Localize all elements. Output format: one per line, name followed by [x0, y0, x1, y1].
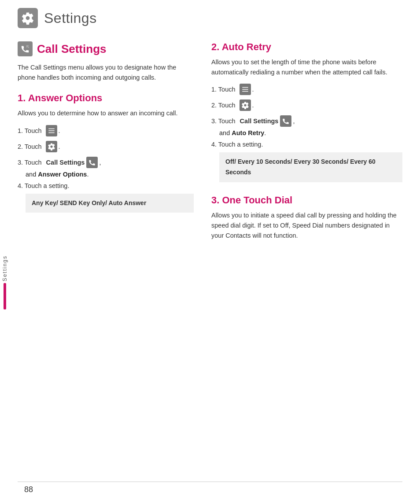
auto-retry-note-text: Off/ Every 10 Seconds/ Every 30 Seconds/…	[225, 158, 376, 176]
ar-menu-icon-1	[239, 84, 251, 95]
ar-call-settings-icon-3	[280, 115, 291, 127]
answer-step-3-cont: and Answer Options.	[26, 171, 194, 178]
auto-retry-step-1: 1. Touch .	[211, 84, 402, 95]
call-icon-box	[18, 41, 33, 56]
answer-note-text: Any Key/ SEND Key Only/ Auto Answer	[32, 199, 146, 206]
left-column: Call Settings The Call Settings menu all…	[18, 41, 207, 247]
call-settings-icon-3	[86, 157, 98, 168]
auto-retry-step-2: 2. Touch .	[211, 99, 402, 111]
answer-step-1: 1. Touch .	[18, 125, 194, 136]
call-settings-title: Call Settings	[37, 42, 106, 56]
ar-step-4-label: 4. Touch a setting.	[211, 141, 263, 148]
sidebar-tab: Settings	[0, 255, 10, 317]
auto-retry-heading: 2. Auto Retry	[211, 41, 402, 53]
svg-rect-5	[242, 91, 248, 92]
call-settings-heading: Call Settings	[18, 41, 194, 56]
ar-step-2-period: .	[252, 102, 254, 109]
bottom-divider	[18, 482, 402, 482]
auto-retry-step-3-cont: and Auto Retry.	[219, 129, 402, 136]
svg-rect-4	[242, 89, 248, 90]
auto-retry-desc: Allows you to set the length of time the…	[211, 57, 402, 77]
ar-step-2-label: 2. Touch	[211, 102, 236, 109]
ar-step-3-label: 3. Touch	[211, 118, 237, 125]
auto-retry-step-4: 4. Touch a setting.	[211, 141, 402, 148]
step-2-label: 2. Touch	[18, 143, 42, 150]
auto-retry-note-box: Off/ Every 10 Seconds/ Every 30 Seconds/…	[219, 152, 402, 182]
answer-options-heading: 1. Answer Options	[18, 92, 194, 104]
step-3-label: 3. Touch	[18, 159, 44, 166]
svg-rect-3	[242, 87, 248, 88]
answer-options-desc: Allows you to determine how to answer an…	[18, 108, 194, 118]
step-3-and: ,	[99, 159, 101, 166]
page-header: Settings	[0, 0, 420, 33]
content-area: Call Settings The Call Settings menu all…	[0, 33, 420, 247]
menu-icon-1	[46, 125, 57, 136]
svg-rect-0	[48, 128, 55, 129]
svg-rect-1	[48, 130, 55, 131]
right-column: 2. Auto Retry Allows you to set the leng…	[207, 41, 402, 247]
svg-rect-2	[48, 132, 55, 133]
answer-step-4: 4. Touch a setting.	[18, 182, 194, 189]
auto-retry-bold: Auto Retry	[232, 129, 264, 136]
ar-step-1-period: .	[252, 86, 254, 93]
answer-options-bold: Answer Options	[38, 171, 87, 178]
gear-icon-2	[46, 141, 57, 152]
ar-step-1-label: 1. Touch	[211, 86, 236, 93]
phone-icon	[20, 44, 30, 54]
settings-icon-box	[18, 8, 38, 28]
answer-step-3: 3. Touch Call Settings ,	[18, 157, 194, 168]
call-settings-desc: The Call Settings menu allows you to des…	[18, 63, 194, 83]
page-title: Settings	[44, 10, 97, 26]
answer-note-box: Any Key/ SEND Key Only/ Auto Answer	[26, 194, 194, 213]
ar-gear-icon-2	[239, 99, 251, 111]
page-number: 88	[24, 485, 33, 494]
step-4-label: 4. Touch a setting.	[18, 182, 69, 189]
step-1-period: .	[59, 127, 60, 134]
step-1-label: 1. Touch	[18, 127, 42, 134]
one-touch-desc: Allows you to initiate a speed dial call…	[211, 210, 402, 241]
one-touch-heading: 3. One Touch Dial	[211, 195, 402, 206]
gear-icon	[21, 11, 34, 25]
step-2-period: .	[59, 143, 60, 150]
auto-retry-step-3: 3. Touch Call Settings ,	[211, 115, 402, 127]
sidebar-tab-bar	[4, 283, 6, 309]
step-3-call-settings-text: Call Settings	[46, 159, 85, 166]
answer-step-2: 2. Touch .	[18, 141, 194, 152]
sidebar-tab-label: Settings	[2, 255, 8, 281]
ar-step-3-comma: ,	[293, 118, 295, 125]
ar-step-3-call-settings: Call Settings	[240, 118, 279, 125]
